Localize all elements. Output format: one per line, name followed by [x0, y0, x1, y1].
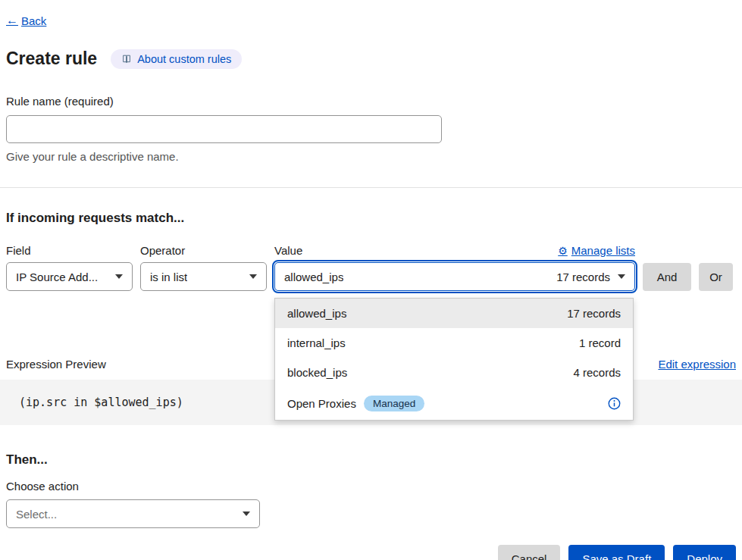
- save-as-draft-button[interactable]: Save as Draft: [568, 545, 665, 560]
- value-dropdown: allowed_ips 17 records internal_ips 1 re…: [274, 298, 634, 421]
- operator-label: Operator: [140, 244, 267, 257]
- rule-name-label: Rule name (required): [6, 95, 736, 108]
- dropdown-option-allowed-ips[interactable]: allowed_ips 17 records: [275, 299, 633, 328]
- value-select[interactable]: allowed_ips 17 records: [274, 262, 635, 291]
- operator-select[interactable]: is in list: [140, 262, 267, 291]
- deploy-button[interactable]: Deploy: [673, 545, 736, 560]
- dropdown-option-open-proxies[interactable]: Open Proxies Managed: [275, 387, 633, 420]
- match-heading: If incoming requests match...: [6, 211, 736, 226]
- about-custom-rules-label: About custom rules: [137, 53, 231, 65]
- back-label: Back: [21, 14, 46, 27]
- choose-action-label: Choose action: [6, 480, 736, 493]
- option-records: 4 records: [573, 366, 621, 379]
- rule-name-input[interactable]: [6, 115, 442, 143]
- option-name: Open Proxies: [287, 397, 356, 410]
- option-name: allowed_ips: [287, 307, 346, 320]
- field-label: Field: [6, 244, 133, 257]
- field-select[interactable]: IP Source Add...: [6, 262, 133, 291]
- value-select-wrap: allowed_ips 17 records allowed_ips 17 re…: [274, 262, 635, 291]
- back-link[interactable]: ← Back: [6, 14, 46, 27]
- then-heading: Then...: [6, 452, 736, 468]
- value-select-records: 17 records: [556, 271, 610, 283]
- and-button[interactable]: And: [643, 263, 691, 291]
- expression-preview-label: Expression Preview: [6, 358, 106, 371]
- option-name: internal_ips: [287, 336, 346, 349]
- field-select-value: IP Source Add...: [16, 271, 98, 283]
- cancel-button[interactable]: Cancel: [498, 545, 561, 560]
- title-row: Create rule About custom rules: [6, 48, 736, 69]
- match-area: Field Operator Value ⚙ Manage lists IP S…: [6, 244, 736, 291]
- edit-expression-link[interactable]: Edit expression: [658, 358, 736, 371]
- match-labels-row: Field Operator Value ⚙ Manage lists: [6, 244, 736, 257]
- operator-select-value: is in list: [150, 271, 187, 283]
- chevron-down-icon: [618, 274, 625, 279]
- back-arrow-icon: ←: [6, 14, 18, 27]
- section-divider: [0, 187, 742, 188]
- value-select-value: allowed_ips: [284, 271, 343, 283]
- gear-icon: ⚙: [558, 245, 568, 257]
- managed-badge: Managed: [364, 396, 424, 411]
- action-select[interactable]: Select...: [6, 499, 260, 528]
- option-records: 17 records: [567, 307, 621, 320]
- chevron-down-icon: [115, 274, 123, 279]
- value-label: Value: [274, 244, 302, 257]
- footer-actions: Cancel Save as Draft Deploy: [6, 545, 736, 560]
- create-rule-page: ← Back Create rule About custom rules Ru…: [0, 0, 742, 560]
- info-icon[interactable]: [608, 397, 621, 410]
- rule-name-help: Give your rule a descriptive name.: [6, 150, 736, 163]
- action-select-value: Select...: [16, 508, 57, 521]
- book-icon: [121, 54, 132, 64]
- dropdown-option-internal-ips[interactable]: internal_ips 1 record: [275, 328, 633, 358]
- chevron-down-icon: [243, 512, 250, 516]
- dropdown-option-blocked-ips[interactable]: blocked_ips 4 records: [275, 358, 633, 387]
- match-selects-row: IP Source Add... is in list allowed_ips …: [6, 262, 736, 291]
- about-custom-rules-link[interactable]: About custom rules: [111, 49, 242, 69]
- chevron-down-icon: [249, 274, 257, 279]
- or-button[interactable]: Or: [699, 263, 733, 291]
- option-name: blocked_ips: [287, 366, 347, 379]
- manage-lists-label: Manage lists: [571, 244, 635, 257]
- option-records: 1 record: [579, 336, 621, 349]
- page-title: Create rule: [6, 48, 97, 69]
- manage-lists-link[interactable]: ⚙ Manage lists: [558, 244, 635, 257]
